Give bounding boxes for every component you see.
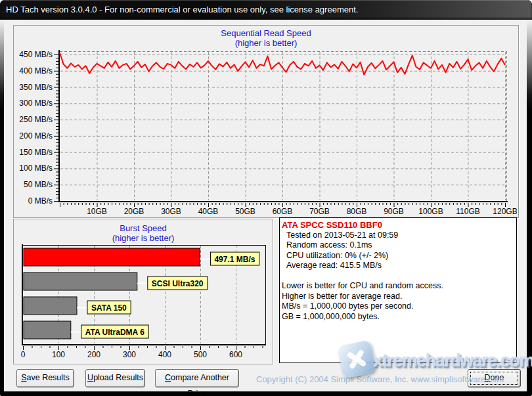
window-title: HD Tach version 3.0.4.0 - For non-commer… — [6, 5, 358, 14]
info-line: Higher is better for average read. — [282, 292, 515, 302]
burst-speed-panel: Burst Speed (higher is better) 010020030… — [13, 219, 273, 364]
svg-text:450 MB/s: 450 MB/s — [19, 50, 53, 59]
svg-text:300: 300 — [123, 350, 136, 359]
sequential-read-panel: Sequential Read Speed (higher is better)… — [13, 25, 519, 218]
info-line: GB = 1,000,000,000 bytes. — [282, 312, 515, 322]
svg-text:600: 600 — [229, 350, 242, 359]
svg-text:120GB: 120GB — [493, 207, 517, 216]
hdtach-window: HD Tach version 3.0.4.0 - For non-commer… — [0, 0, 532, 396]
info-line: CPU utilization: 0% (+/- 2%) — [282, 251, 515, 261]
svg-text:80GB: 80GB — [347, 207, 367, 216]
info-line: MB/s = 1,000,000 bytes per second. — [282, 301, 515, 312]
info-line: Average read: 415.5 MB/s — [282, 261, 515, 271]
svg-text:SCSI Ultra320: SCSI Ultra320 — [152, 279, 204, 288]
copyright-text: Copyright (C) 2004 Simpli Software, Inc.… — [256, 374, 504, 384]
svg-text:0 MB/s: 0 MB/s — [28, 196, 53, 206]
svg-text:30GB: 30GB — [161, 207, 181, 216]
svg-text:50 MB/s: 50 MB/s — [24, 180, 53, 189]
svg-text:0: 0 — [21, 350, 26, 359]
svg-text:350 MB/s: 350 MB/s — [19, 83, 53, 92]
svg-text:400 MB/s: 400 MB/s — [19, 66, 53, 76]
svg-text:400: 400 — [158, 350, 171, 359]
svg-text:200: 200 — [87, 350, 100, 359]
upload-results-button[interactable]: Upload Results — [85, 369, 145, 387]
svg-text:90GB: 90GB — [384, 207, 404, 216]
svg-text:300 MB/s: 300 MB/s — [19, 99, 53, 108]
svg-text:60GB: 60GB — [273, 207, 293, 216]
svg-text:100: 100 — [52, 350, 65, 359]
drive-info-panel: ATA SPCC SSD110 BBF0 Tested on 2013-05-2… — [279, 217, 517, 363]
svg-text:100GB: 100GB — [418, 207, 443, 216]
window-frame-right — [527, 20, 532, 396]
svg-text:200 MB/s: 200 MB/s — [19, 131, 53, 141]
compare-another-drive-button[interactable]: Compare Another Drive — [155, 369, 239, 387]
burst-speed-chart: 0100200300400500600497.1 MB/sSCSI Ultra3… — [14, 219, 271, 363]
svg-text:20GB: 20GB — [124, 207, 144, 216]
sequential-read-chart: 0 MB/s50 MB/s100 MB/s150 MB/s200 MB/s250… — [14, 26, 517, 216]
svg-text:150 MB/s: 150 MB/s — [19, 148, 53, 157]
title-bar[interactable]: HD Tach version 3.0.4.0 - For non-commer… — [0, 0, 532, 20]
svg-text:500: 500 — [194, 350, 207, 359]
save-results-button[interactable]: Save Results — [16, 369, 74, 387]
svg-text:497.1 MB/s: 497.1 MB/s — [214, 255, 255, 264]
info-line: Lower is better for CPU and random acces… — [282, 281, 515, 292]
svg-text:110GB: 110GB — [456, 207, 479, 216]
svg-text:40GB: 40GB — [198, 207, 219, 216]
svg-text:100 MB/s: 100 MB/s — [19, 164, 53, 173]
svg-text:250 MB/s: 250 MB/s — [19, 115, 53, 124]
svg-text:ATA UltraDMA 6: ATA UltraDMA 6 — [85, 328, 144, 337]
info-line — [282, 271, 515, 282]
svg-text:50GB: 50GB — [235, 207, 255, 216]
svg-text:10GB: 10GB — [87, 207, 107, 216]
svg-text:70GB: 70GB — [309, 207, 330, 216]
client-area: Sequential Read Speed (higher is better)… — [4, 20, 527, 391]
info-line: Tested on 2013-05-21 at 09:59 — [282, 231, 515, 241]
svg-text:SATA 150: SATA 150 — [91, 303, 127, 313]
info-line: Random access: 0.1ms — [282, 240, 515, 251]
drive-name: ATA SPCC SSD110 BBF0 — [282, 220, 515, 231]
